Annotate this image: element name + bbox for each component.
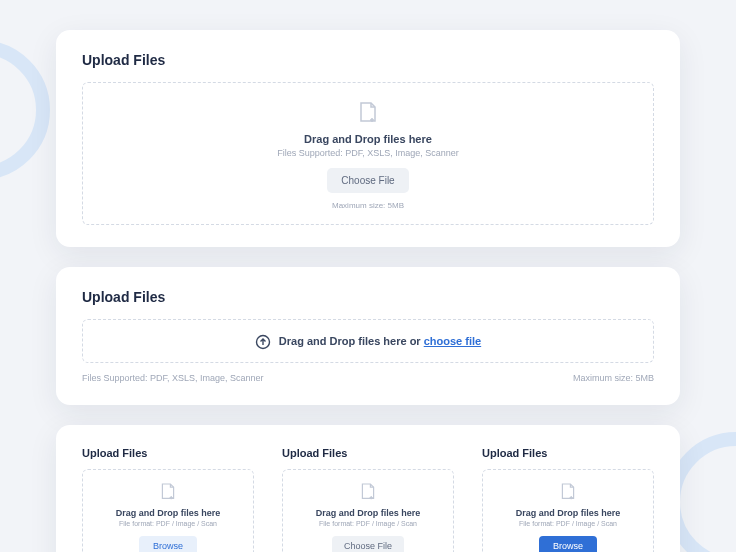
file-upload-icon bbox=[93, 482, 243, 502]
dropzone[interactable]: Drag and Drop files here File format: PD… bbox=[282, 469, 454, 552]
browse-button[interactable]: Browse bbox=[539, 536, 597, 552]
max-size-text: Maximum size: 5MB bbox=[103, 201, 633, 210]
file-upload-icon bbox=[293, 482, 443, 502]
upload-card-triple: Upload Files Drag and Drop files here Fi… bbox=[56, 425, 680, 552]
supported-text: Files Supported: PDF, XSLS, Image, Scann… bbox=[103, 148, 633, 158]
upload-card-row: Upload Files Drag and Drop files here or… bbox=[56, 267, 680, 405]
supported-text: File format: PDF / Image / Scan bbox=[493, 520, 643, 527]
card-title: Upload Files bbox=[482, 447, 654, 459]
card-title: Upload Files bbox=[82, 447, 254, 459]
drag-text: Drag and Drop files here bbox=[103, 133, 633, 145]
max-size-text: Maximum size: 5MB bbox=[573, 373, 654, 383]
choose-file-button[interactable]: Choose File bbox=[327, 168, 408, 193]
drag-text: Drag and Drop files here bbox=[293, 508, 443, 518]
dropzone[interactable]: Drag and Drop files here Files Supported… bbox=[82, 82, 654, 225]
file-upload-icon bbox=[493, 482, 643, 502]
meta-row: Files Supported: PDF, XSLS, Image, Scann… bbox=[82, 373, 654, 383]
upload-circle-icon bbox=[255, 332, 271, 350]
card-title: Upload Files bbox=[82, 289, 654, 305]
choose-file-button[interactable]: Choose File bbox=[332, 536, 404, 552]
dropzone[interactable]: Drag and Drop files here or choose file bbox=[82, 319, 654, 363]
browse-button[interactable]: Browse bbox=[139, 536, 197, 552]
upload-card-large: Upload Files Drag and Drop files here Fi… bbox=[56, 30, 680, 247]
drag-text: Drag and Drop files here bbox=[493, 508, 643, 518]
upload-block: Upload Files Drag and Drop files here Fi… bbox=[82, 447, 254, 552]
file-upload-icon bbox=[103, 101, 633, 125]
upload-block: Upload Files Drag and Drop files here Fi… bbox=[282, 447, 454, 552]
drag-text: Drag and Drop files here bbox=[93, 508, 243, 518]
dropzone[interactable]: Drag and Drop files here File format: PD… bbox=[482, 469, 654, 552]
choose-file-link[interactable]: choose file bbox=[424, 335, 481, 347]
dropzone[interactable]: Drag and Drop files here File format: PD… bbox=[82, 469, 254, 552]
drag-text: Drag and Drop files here or choose file bbox=[279, 335, 481, 347]
supported-text: Files Supported: PDF, XSLS, Image, Scann… bbox=[82, 373, 264, 383]
supported-text: File format: PDF / Image / Scan bbox=[293, 520, 443, 527]
upload-block: Upload Files Drag and Drop files here Fi… bbox=[482, 447, 654, 552]
supported-text: File format: PDF / Image / Scan bbox=[93, 520, 243, 527]
card-title: Upload Files bbox=[282, 447, 454, 459]
card-title: Upload Files bbox=[82, 52, 654, 68]
